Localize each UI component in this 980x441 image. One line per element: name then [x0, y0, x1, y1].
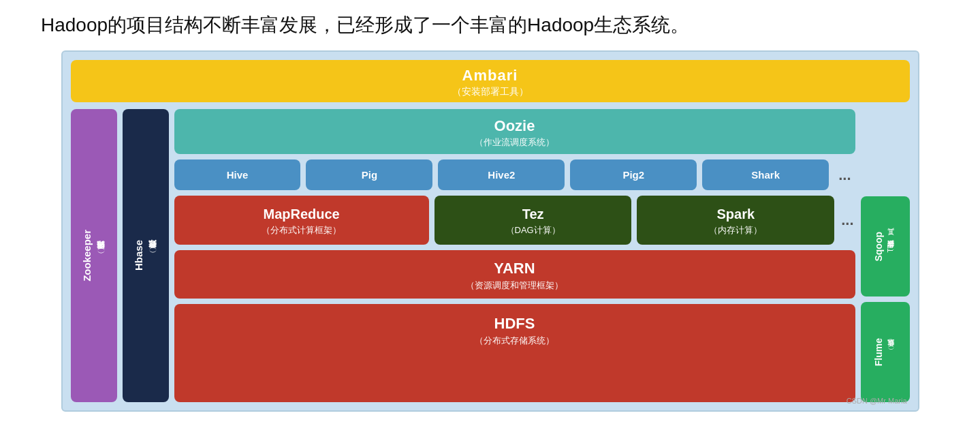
oozie-subtitle: （作业流调度系统） [174, 136, 855, 149]
ambari-subtitle: （安装部署工具） [71, 86, 910, 98]
main-body: Zookeeper （分布式协调服务） Hbase （分布式数据库） Oozie… [71, 109, 910, 402]
oozie-box: Oozie （作业流调度系统） [174, 109, 855, 154]
compute-row: MapReduce （分布式计算框架） Tez （DAG计算） Spark （内… [174, 196, 855, 245]
zookeeper-box: Zookeeper （分布式协调服务） [71, 109, 117, 402]
page-container: Hadoop的项目结构不断丰富发展，已经形成了一个丰富的Hadoop生态系统。 … [0, 0, 980, 441]
spark-box: Spark （内存计算） [637, 196, 834, 245]
hbase-label: Hbase （分布式数据库） [132, 240, 159, 271]
tez-subtitle: （DAG计算） [447, 224, 620, 237]
page-title: Hadoop的项目结构不断丰富发展，已经形成了一个丰富的Hadoop生态系统。 [41, 12, 939, 38]
hbase-box: Hbase （分布式数据库） [123, 109, 169, 402]
hdfs-title: HDFS [174, 315, 855, 333]
hdfs-box: HDFS （分布式存储系统） [174, 304, 855, 402]
right-col: Sqoop （数据报表TEL工具） Flume （日志收集） [861, 109, 910, 402]
spark-title: Spark [649, 207, 822, 222]
hdfs-subtitle: （分布式存储系统） [174, 335, 855, 347]
tez-box: Tez （DAG计算） [434, 196, 632, 245]
sqoop-label: Sqoop （数据报表TEL工具） [872, 232, 897, 262]
tool-pig: Pig [306, 159, 432, 190]
tez-title: Tez [447, 207, 620, 222]
tool-shark: Shark [702, 159, 829, 190]
tools-row: Hive Pig Hive2 Pig2 Shark ... [174, 159, 855, 190]
flume-box: Flume （日志收集） [861, 302, 910, 402]
tool-pig2: Pig2 [570, 159, 697, 190]
yarn-box: YARN （资源调度和管理框架） [174, 250, 855, 299]
compute-dots: ... [840, 196, 855, 245]
diagram-wrapper: Ambari （安装部署工具） Zookeeper （分布式协调服务） Hbas… [61, 50, 919, 412]
mapreduce-box: MapReduce （分布式计算框架） [174, 196, 429, 245]
mapreduce-subtitle: （分布式计算框架） [187, 224, 417, 237]
tool-hive: Hive [174, 159, 301, 190]
flume-label: Flume （日志收集） [872, 338, 897, 366]
tools-dots: ... [834, 166, 855, 184]
ambari-box: Ambari （安装部署工具） [71, 60, 910, 102]
tool-hive2: Hive2 [438, 159, 565, 190]
ambari-title: Ambari [71, 67, 910, 85]
yarn-subtitle: （资源调度和管理框架） [174, 279, 855, 292]
watermark: CSDN @Mr Maria [847, 397, 907, 405]
center-content: Oozie （作业流调度系统） Hive Pig Hive2 Pig2 Shar… [174, 109, 855, 402]
right-spacer [861, 109, 910, 191]
sqoop-box: Sqoop （数据报表TEL工具） [861, 196, 910, 296]
mapreduce-title: MapReduce [187, 207, 417, 222]
oozie-title: Oozie [174, 117, 855, 135]
spark-subtitle: （内存计算） [649, 224, 822, 237]
zookeeper-label: Zookeeper （分布式协调服务） [80, 230, 107, 282]
yarn-title: YARN [174, 260, 855, 277]
